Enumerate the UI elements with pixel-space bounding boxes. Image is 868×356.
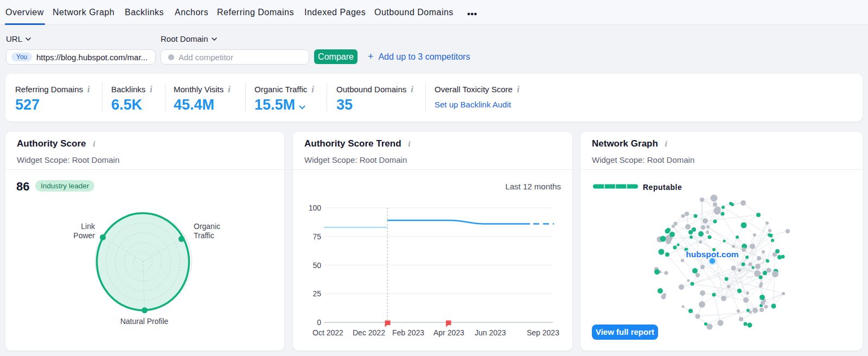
svg-text:hubspot.com: hubspot.com	[686, 250, 738, 259]
